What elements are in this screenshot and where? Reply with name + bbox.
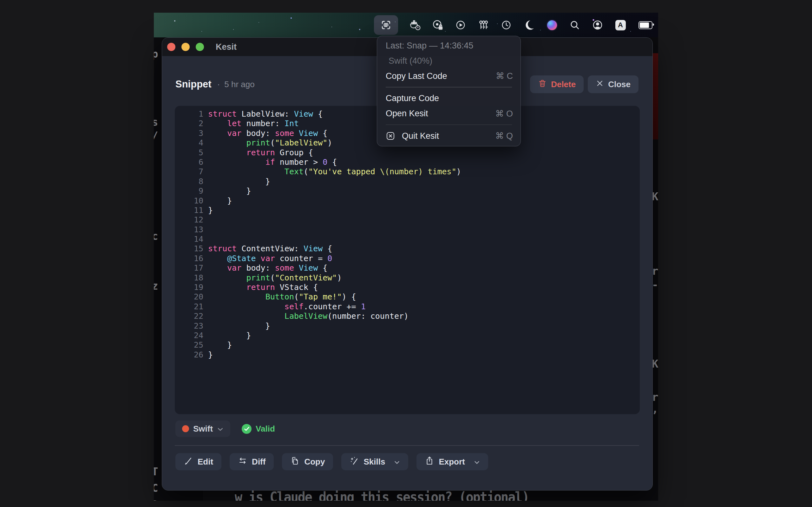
code-line: 13 <box>175 225 640 234</box>
code-lines: 1struct LabelView: View {2 let number: I… <box>175 109 640 360</box>
chevron-down-icon <box>217 424 223 434</box>
time-machine-icon[interactable] <box>500 15 512 35</box>
background-text-fragment: P <box>154 498 158 501</box>
docker-icon[interactable] <box>409 15 421 35</box>
background-text-fragment: z <box>154 279 158 292</box>
menubar-status-icons: A <box>374 13 654 38</box>
close-button[interactable]: Close <box>588 75 639 93</box>
trash-icon <box>538 79 547 90</box>
footer-buttons: Edit Diff C <box>175 453 488 470</box>
code-line: 16 @State var counter = 0 <box>175 254 640 263</box>
background-text-fragment: KI <box>652 190 658 203</box>
kesit-scan-icon[interactable] <box>374 15 398 35</box>
shortcut-label: ⌘ O <box>495 109 513 119</box>
background-block-cursor <box>203 489 234 501</box>
user-account-icon[interactable] <box>592 15 604 35</box>
snippet-timestamp: 5 hr ago <box>224 79 254 89</box>
snippet-title: Snippet <box>175 78 212 90</box>
background-text-fragment: C <box>154 482 158 494</box>
traffic-light-zoom[interactable] <box>196 43 204 51</box>
edit-button[interactable]: Edit <box>175 453 221 470</box>
code-line: 19 return VStack { <box>175 283 640 292</box>
input-source-icon[interactable]: A <box>614 15 626 35</box>
language-label: Swift <box>193 424 213 434</box>
footer-divider <box>175 445 639 446</box>
code-line: 11} <box>175 206 640 215</box>
shortcut-label: ⌘ Q <box>495 131 513 141</box>
kesit-menubar-dropdown: Last: Snap — 14:36:45 Swift (40%) Copy L… <box>377 36 521 147</box>
screen: A w is Claude doing this session? (optio… <box>0 0 812 507</box>
delete-button-label: Delete <box>551 79 576 89</box>
menu-status-last-snap: Last: Snap — 14:36:45 <box>377 38 520 53</box>
code-line: 9 } <box>175 186 640 196</box>
export-button-label: Export <box>439 457 465 467</box>
swift-language-dot <box>182 425 189 432</box>
battery-icon[interactable] <box>637 15 654 35</box>
code-line: 8 } <box>175 177 640 186</box>
background-red-block <box>653 53 658 139</box>
copy-button-label: Copy <box>304 457 325 467</box>
background-text-fragment: / <box>154 129 158 142</box>
background-text-fragment: , <box>652 402 658 415</box>
code-line: 23 } <box>175 321 640 331</box>
copy-button[interactable]: Copy <box>282 453 333 470</box>
code-line: 26} <box>175 350 640 360</box>
background-text-fragment: p <box>154 48 158 60</box>
menu-bar: A <box>154 13 658 38</box>
window-title: Kesit <box>216 42 237 52</box>
check-circle-icon <box>242 424 252 434</box>
code-line: 20 Button("Tap me!") { <box>175 292 640 302</box>
background-text-fragment: KI <box>652 357 658 370</box>
background-text-fragment: T <box>154 465 158 478</box>
edit-button-label: Edit <box>198 457 213 467</box>
code-line: 10 } <box>175 196 640 206</box>
siri-icon[interactable] <box>546 15 558 35</box>
menu-status-progress: Swift (40%) <box>377 53 520 68</box>
menu-item-open-kesit[interactable]: Open Kesit ⌘ O <box>377 106 520 121</box>
code-line: 22 LabelView(number: counter) <box>175 312 640 321</box>
code-line: 15struct ContentView: View { <box>175 244 640 253</box>
code-line: 18 print("ContentView") <box>175 273 640 283</box>
menu-item-copy-last-code[interactable]: Copy Last Code ⌘ C <box>377 68 520 83</box>
menu-separator <box>386 124 512 125</box>
code-line: 24 } <box>175 331 640 340</box>
language-selector[interactable]: Swift <box>175 420 230 437</box>
traffic-light-close[interactable] <box>167 43 175 51</box>
focus-moon-icon[interactable] <box>523 15 535 35</box>
chevron-down-icon <box>394 457 400 467</box>
background-text-fragment: s <box>154 116 158 128</box>
background-terminal-text: w is Claude doing this session? (optiona… <box>235 489 529 501</box>
background-text-fragment: - <box>652 278 658 291</box>
screen-lock-icon[interactable] <box>432 15 444 35</box>
traffic-light-minimize[interactable] <box>182 43 190 51</box>
shortcut-label: ⌘ C <box>496 71 513 81</box>
code-line: 21 self.counter += 1 <box>175 302 640 312</box>
code-line: 12 <box>175 215 640 225</box>
chevron-down-icon <box>474 457 480 467</box>
background-text-fragment: c <box>154 230 158 242</box>
input-source-letter: A <box>615 20 626 31</box>
close-button-label: Close <box>608 79 630 89</box>
copy-docs-icon <box>290 456 300 468</box>
code-line: 17 var body: some View { <box>175 263 640 273</box>
code-line: 25 } <box>175 340 640 350</box>
diff-button[interactable]: Diff <box>230 453 274 470</box>
diff-button-label: Diff <box>252 457 265 467</box>
play-circle-icon[interactable] <box>455 15 467 35</box>
diff-arrows-icon <box>238 456 247 468</box>
wallpaper-stars <box>154 13 154 13</box>
spotlight-search-icon[interactable] <box>569 15 581 35</box>
menu-item-quit-kesit[interactable]: Quit Kesit ⌘ Q <box>377 128 520 144</box>
skills-button[interactable]: Skills <box>341 453 408 470</box>
delete-button[interactable]: Delete <box>530 75 583 93</box>
pencil-icon <box>184 456 193 468</box>
status-label: Valid <box>256 424 275 434</box>
menu-item-capture-code[interactable]: Capture Code <box>377 91 520 106</box>
skills-button-label: Skills <box>363 457 385 467</box>
passwords-icon[interactable] <box>477 15 490 35</box>
code-line: 14 <box>175 234 640 244</box>
code-line: 6 if number > 0 { <box>175 158 640 167</box>
export-button[interactable]: Export <box>416 453 488 470</box>
snippet-meta-row: Swift Valid <box>175 420 275 437</box>
code-panel: 1struct LabelView: View {2 let number: I… <box>175 106 640 414</box>
